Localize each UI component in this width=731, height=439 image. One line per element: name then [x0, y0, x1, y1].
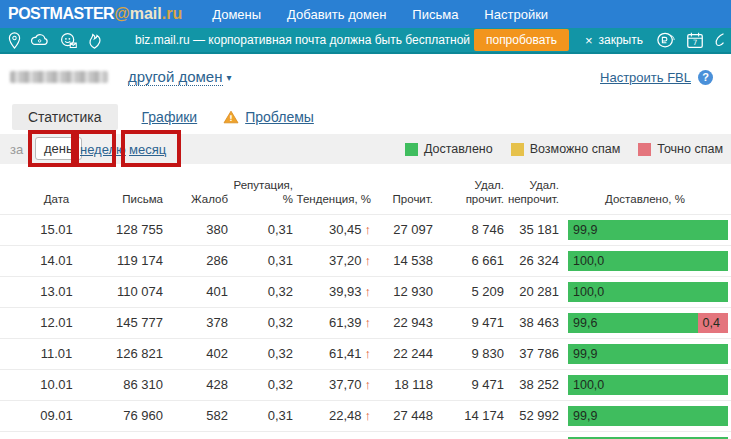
table-row: 09.0176 9605820,3122,48↑27 44814 17452 9…	[0, 400, 731, 431]
delivered-green-segment: 100,0	[568, 375, 728, 395]
cell-trend: 22,48↑	[295, 400, 373, 431]
nav-settings[interactable]: Настройки	[484, 7, 548, 22]
delivered-green-segment: 99,9	[568, 406, 728, 426]
stats-table-body: 15.01128 7553800,3130,45↑27 0978 74635 1…	[0, 214, 731, 439]
cell-delivered: 99,9	[561, 338, 731, 369]
nav-domains[interactable]: Домены	[212, 7, 261, 22]
configure-fbl-link[interactable]: Настроить FBL	[600, 70, 691, 85]
cell-deleted-read: 9 830	[435, 338, 506, 369]
header-complaints: Жалоб	[165, 170, 230, 214]
nav-add-domain[interactable]: Добавить домен	[287, 7, 386, 22]
cell-complaints: 401	[165, 276, 230, 307]
period-month-link[interactable]: месяц	[129, 142, 166, 157]
legend-maybe-spam: Возможно спам	[511, 142, 621, 156]
delivered-green-segment: 99,9	[568, 344, 728, 364]
cell-read: 14 538	[373, 245, 435, 276]
cell-complaints: 478	[165, 431, 230, 439]
svg-text:7: 7	[693, 38, 698, 47]
logo-ru-text: .ru	[162, 5, 182, 22]
cell-reputation: 0,32	[230, 307, 295, 338]
table-row: 08.0178 8904780,307,04↑18 9238 56430 847…	[0, 431, 731, 439]
legend-delivered-label: Доставлено	[424, 142, 493, 156]
cell-trend: 39,93↑	[295, 276, 373, 307]
table-row: 15.01128 7553800,3130,45↑27 0978 74635 1…	[0, 214, 731, 245]
cell-trend: 30,45↑	[295, 214, 373, 245]
top-navigation: POSTMASTER@mail.ru Домены Добавить домен…	[0, 0, 731, 28]
calendar-icon: 7	[685, 31, 705, 50]
trend-value: 61,39	[329, 315, 362, 330]
cell-trend: 37,20↑	[295, 245, 373, 276]
trend-value: 30,45	[329, 222, 362, 237]
cell-deleted-read: 9 471	[435, 369, 506, 400]
delivered-green-segment: 100,0	[568, 251, 728, 271]
trend-up-arrow-icon: ↑	[365, 346, 372, 361]
cell-deleted-read: 5 209	[435, 276, 506, 307]
cell-reputation: 0,30	[230, 431, 295, 439]
close-label[interactable]: закрыть	[599, 33, 643, 47]
trend-up-arrow-icon: ↑	[365, 408, 372, 423]
cell-delivered: 100,0	[561, 276, 731, 307]
cell-delivered: 99,9	[561, 214, 731, 245]
cell-letters: 110 074	[95, 276, 165, 307]
close-icon[interactable]: ×	[585, 33, 593, 48]
logo-postmaster-text: POSTMASTER	[8, 5, 114, 22]
delivered-bar: 99,60,4	[568, 313, 728, 333]
cell-date: 10.01	[0, 369, 95, 400]
legend-exact-spam-label: Точно спам	[657, 142, 723, 156]
cell-date: 09.01	[0, 400, 95, 431]
delivered-swatch-icon	[405, 143, 418, 156]
help-icon[interactable]: ?	[698, 70, 713, 85]
other-domain-link[interactable]: другой домен	[128, 68, 223, 86]
stats-table: Дата Письма Жалоб Репутация, % Тенденция…	[0, 170, 731, 439]
delivered-bar: 100,0	[568, 375, 728, 395]
cell-reputation: 0,31	[230, 214, 295, 245]
postmaster-logo[interactable]: POSTMASTER@mail.ru	[8, 5, 182, 23]
cell-delivered: 99,9	[561, 400, 731, 431]
delivered-green-segment: 99,9	[568, 220, 728, 240]
at-sign-icon: @	[114, 5, 130, 22]
promo-right-icons: 7	[655, 31, 725, 50]
trend-up-arrow-icon: ↑	[365, 284, 372, 299]
cell-deleted-unread: 26 324	[506, 245, 561, 276]
logo-mail-text: mail	[130, 5, 162, 22]
tab-charts[interactable]: Графики	[142, 109, 198, 125]
nav-letters[interactable]: Письма	[412, 7, 458, 22]
legend-delivered: Доставлено	[405, 142, 493, 156]
period-day-button[interactable]: день	[35, 137, 82, 160]
chevron-down-icon[interactable]: ▾	[227, 72, 232, 83]
cell-deleted-read: 14 174	[435, 400, 506, 431]
header-letters: Письма	[95, 170, 165, 214]
cell-trend: 61,41↑	[295, 338, 373, 369]
trend-up-arrow-icon: ↑	[365, 315, 372, 330]
cell-complaints: 378	[165, 307, 230, 338]
table-row: 12.01145 7773780,3261,39↑22 9439 47138 4…	[0, 307, 731, 338]
cell-deleted-read: 8 564	[435, 431, 506, 439]
exact-spam-swatch-icon	[638, 143, 651, 156]
cell-read: 27 448	[373, 400, 435, 431]
cell-deleted-unread: 35 181	[506, 214, 561, 245]
try-button[interactable]: попробовать	[474, 29, 569, 51]
cell-date: 12.01	[0, 307, 95, 338]
cell-deleted-unread: 38 463	[506, 307, 561, 338]
cell-letters: 145 777	[95, 307, 165, 338]
cell-letters: 76 960	[95, 400, 165, 431]
legend: Доставлено Возможно спам Точно спам	[405, 134, 723, 164]
delivered-green-segment: 99,6	[568, 313, 698, 333]
cell-date: 14.01	[0, 245, 95, 276]
tab-problems[interactable]: Проблемы	[245, 109, 314, 125]
cell-complaints: 286	[165, 245, 230, 276]
cell-read: 18 923	[373, 431, 435, 439]
cell-letters: 128 755	[95, 214, 165, 245]
table-row: 13.01110 0744010,3239,93↑12 9305 20920 2…	[0, 276, 731, 307]
period-week-link[interactable]: неделю	[80, 142, 126, 157]
trend-value: 61,41	[329, 346, 362, 361]
tab-statistics[interactable]: Статистика	[12, 104, 118, 130]
header-delivered: Доставлено, %	[561, 170, 731, 214]
close-banner-button[interactable]: × закрыть	[585, 33, 643, 48]
cell-trend: 7,04↑	[295, 431, 373, 439]
tabs-bar: Статистика Графики ! Проблемы	[0, 104, 731, 130]
cell-read: 27 097	[373, 214, 435, 245]
cell-complaints: 582	[165, 400, 230, 431]
cell-complaints: 428	[165, 369, 230, 400]
promo-banner: biz.mail.ru — корпоративная почта должна…	[0, 28, 731, 54]
